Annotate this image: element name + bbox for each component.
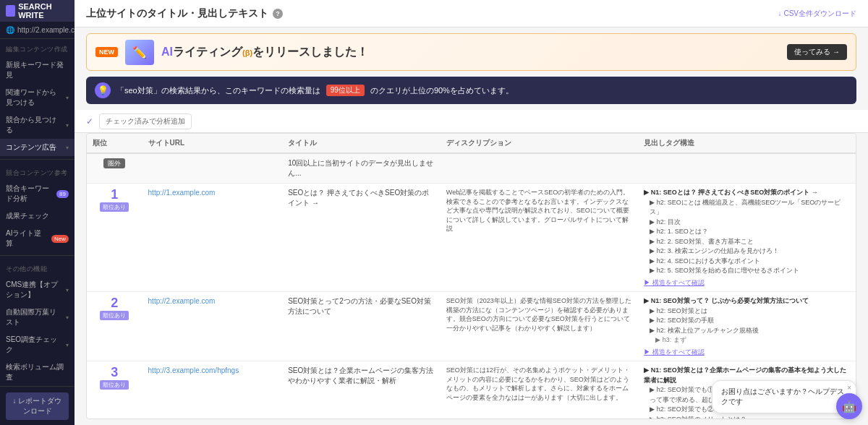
- heading-h2: ▶ h2: SEO対策の手順: [650, 316, 850, 326]
- section-label-competitor: 競合コンテンツ参考: [0, 163, 75, 180]
- title-cell: SEO対策とって2つの方法・必要なSEO対策方法について: [282, 292, 441, 361]
- info-bar: 💡 「seo対策」の検索結果から、このキーワードの検索量は 99位以上 のクエリ…: [86, 77, 856, 104]
- main-content: 上位サイトのタイトル・見出しテキスト ? ↓ CSV全件ダウンロード NEW ✏…: [75, 0, 868, 425]
- help-icon[interactable]: ?: [273, 9, 283, 19]
- heading-h2: ▶ h2: 5. SEO対策を始める自に増やせるさポイント: [650, 266, 850, 276]
- banner-badge: (β): [242, 48, 252, 57]
- find-from-label: 競合から見つける: [6, 115, 62, 135]
- sidebar-item-cms[interactable]: CMS連携【オプション】 ▾: [0, 276, 75, 304]
- chat-avatar-button[interactable]: 🤖: [836, 393, 862, 419]
- col-url: サイトURL: [142, 134, 283, 153]
- sidebar-item-keyword-analysis[interactable]: 競合キーワード分析 89: [0, 180, 75, 207]
- site-url-link[interactable]: http://1.example.com: [148, 189, 216, 197]
- new-keyword-label: 新規キーワード発見: [6, 60, 69, 80]
- report-download-button[interactable]: ↓ レポートダウンロード: [6, 392, 69, 420]
- expand-headings-link[interactable]: ▶ 構造をすべて確認: [644, 278, 850, 288]
- toolbar: ✓ チェック済みで分析追加: [75, 110, 868, 133]
- heading-h2: ▶ h2: 3. 検索エンジンの仕組みを見かけろ！: [650, 246, 850, 257]
- outside-badge: 圏外: [103, 158, 125, 168]
- ai-banner: NEW ✏️ AIライティング(β)をリリースしました！ 使ってみる →: [86, 33, 856, 71]
- info-text-after: のクエリが上位の90%を占めています。: [370, 85, 514, 96]
- heading-tree: ▶ N1: SEOとは？ 押さえておくべきSEO対策のポイント →▶ h2: S…: [644, 188, 850, 276]
- logo-icon: [6, 5, 15, 17]
- url-cell: http://2.example.com: [142, 292, 283, 361]
- cms-label: CMS連携【オプション】: [6, 280, 62, 300]
- heading-h3: ▶ h3: まず: [655, 335, 850, 345]
- seo-check-label: SEO調査チェック: [6, 335, 62, 355]
- url-cell: [142, 153, 283, 184]
- related-word-label: 関連ワードから見つける: [6, 87, 62, 108]
- content-list-label: コンテンツ広告: [6, 142, 56, 153]
- content-list-chevron: ▾: [66, 145, 69, 151]
- expand-headings-link[interactable]: ▶ 構造をすべて確認: [644, 348, 850, 357]
- url-cell: http://3.example.com/hpfngs: [142, 361, 283, 419]
- heading-h2: ▶ h2: 1. SEOとは？: [650, 227, 850, 237]
- rank-label: 順位あり: [100, 380, 129, 390]
- banner-text-area: AIライティング(β)をリリースしました！: [161, 45, 368, 60]
- headings-cell: ▶ N1: SEOとは？ 押さえておくべきSEO対策のポイント →▶ h2: S…: [638, 184, 856, 292]
- banner-ai: AI: [161, 46, 173, 58]
- sidebar-bottom: ↓ レポートダウンロード お知らせ よくあるご質問・機能説明 不満合などのお問い…: [0, 386, 75, 425]
- volume-label: 検索ボリューム調査: [6, 362, 69, 382]
- section-label-content: 編集コンテンツ作成: [0, 39, 75, 56]
- banner-try-button[interactable]: 使ってみる →: [787, 44, 847, 60]
- domain-selector[interactable]: 🌐 http://2.example.com ▾: [0, 22, 75, 39]
- chat-close-button[interactable]: ×: [847, 384, 851, 392]
- info-text-before: 「seo対策」の検索結果から、このキーワードの検索量は: [116, 85, 320, 96]
- divider-2: [0, 255, 75, 256]
- page-header: 上位サイトのタイトル・見出しテキスト ? ↓ CSV全件ダウンロード: [75, 0, 868, 27]
- csv-download-button[interactable]: ↓ CSV全件ダウンロード: [778, 9, 856, 19]
- heading-h2: ▶ h2: SEOにとは 機能追及と、高機能SEOツール「SEOのサービス」: [650, 198, 850, 218]
- sidebar-item-volume[interactable]: 検索ボリューム調査: [0, 359, 75, 386]
- heading-h1: ▶ N1: SEOとは？ 押さえておくべきSEO対策のポイント →: [644, 188, 850, 198]
- ai-write-badge: New: [51, 235, 69, 243]
- app-name: SEARCH WRITE: [18, 2, 69, 20]
- sidebar-item-auto-list[interactable]: 自動国際万葉リスト ▾: [0, 304, 75, 331]
- keyword-analysis-label: 競合キーワード分析: [6, 184, 53, 204]
- description-cell: Web記事を掲載することでベースSEOの初学者のための入門。検索できることので参…: [441, 184, 638, 292]
- rank-cell: 2順位あり: [87, 292, 142, 361]
- analyze-button[interactable]: チェック済みで分析追加: [99, 113, 192, 129]
- check-all-icon[interactable]: ✓: [86, 116, 93, 126]
- heading-h2: ▶ h2: SEO対策のメリットとは？: [650, 415, 850, 419]
- sidebar-item-quality-check[interactable]: 成果チェック: [0, 207, 75, 225]
- table-row: 2順位ありhttp://2.example.comSEO対策とって2つの方法・必…: [87, 292, 856, 361]
- seo-check-chevron: ▾: [66, 342, 69, 348]
- csv-label: CSV全件ダウンロード: [783, 9, 856, 19]
- heading-h2: ▶ h2: SEO対策とは: [650, 306, 850, 317]
- sidebar-item-related-word[interactable]: 関連ワードから見つける ▾: [0, 84, 75, 111]
- sidebar: SEARCH WRITE 🌐 http://2.example.com ▾ 編集…: [0, 0, 75, 425]
- heading-h2: ▶ h2: 2. SEO対策、書き方基本こと: [650, 237, 850, 247]
- heading-tree: ▶ N1: SEO対策って？ じぶから必要な対策方法について▶ h2: SEO対…: [644, 296, 850, 345]
- description-cell: SEO対策には12行が、その名集めようポケット・デメリット・メリットの内容に必要…: [441, 361, 638, 419]
- keyword-analysis-badge: 89: [56, 190, 69, 198]
- csv-icon: ↓: [778, 9, 781, 17]
- col-headings: 見出しタグ構造: [638, 134, 856, 153]
- rank-badge: 2順位あり: [100, 296, 129, 320]
- heading-h1: ▶ N1: SEO対策って？ じぶから必要な対策方法について: [644, 296, 850, 306]
- table-header: 順位 サイトURL タイトル ディスクリプション 見出しタグ構造: [87, 134, 856, 153]
- description-cell: SEO対策（2023年以上）必要な情報SEO対策の方法を整理した構築の方法にな（…: [441, 292, 638, 361]
- sidebar-item-new-keyword[interactable]: 新規キーワード発見: [0, 56, 75, 84]
- banner-main: ライティング: [173, 46, 242, 58]
- title-cell: SEO対策とは？企業ホームページの集客方法やわかりやすく業者に解説・解析: [282, 361, 441, 419]
- description-cell: [441, 153, 638, 184]
- col-rank: 順位: [87, 134, 142, 153]
- globe-icon: 🌐: [6, 26, 14, 34]
- sidebar-item-content-list[interactable]: コンテンツ広告 ▾: [0, 139, 75, 156]
- sidebar-item-seo-check[interactable]: SEO調査チェック ▾: [0, 331, 75, 359]
- divider-1: [0, 159, 75, 160]
- site-url-link[interactable]: http://2.example.com: [148, 297, 216, 305]
- banner-icon: ✏️: [125, 40, 154, 65]
- domain-text: http://2.example.com: [17, 26, 75, 34]
- sidebar-item-ai-write[interactable]: AIライト逆算 New: [0, 225, 75, 252]
- banner-title: AIライティング(β)をリリースしました！: [161, 46, 368, 58]
- sidebar-item-find-from[interactable]: 競合から見つける ▾: [0, 111, 75, 139]
- banner-new-label: NEW: [95, 47, 118, 57]
- rank-badge: 3順位あり: [100, 366, 129, 390]
- heading-h2: ▶ h2: 目次: [650, 218, 850, 228]
- rank-label: 順位あり: [100, 311, 129, 320]
- headings-table: 順位 サイトURL タイトル ディスクリプション 見出しタグ構造 圏外10回以上…: [87, 134, 856, 419]
- cms-chevron: ▾: [66, 287, 69, 293]
- site-url-link[interactable]: http://3.example.com/hpfngs: [148, 366, 239, 374]
